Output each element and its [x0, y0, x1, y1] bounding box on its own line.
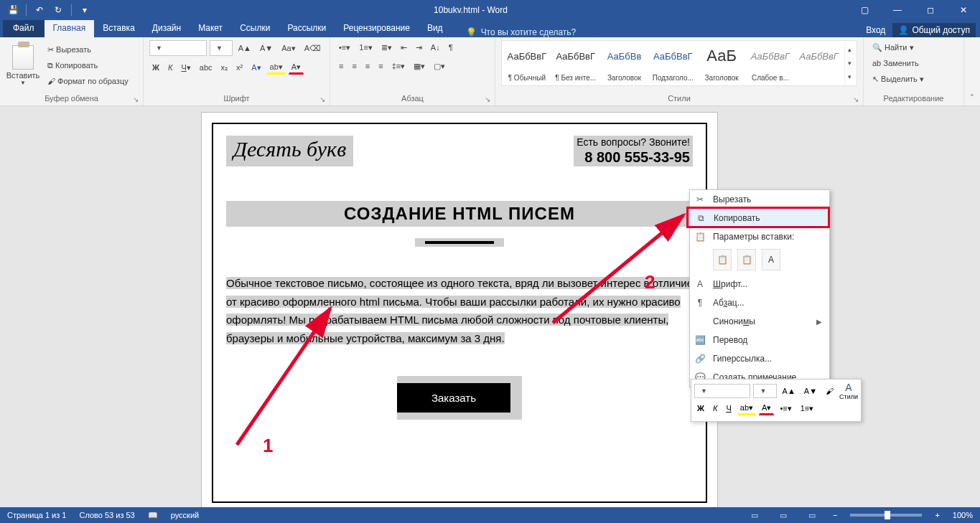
grow-font-icon[interactable]: A▲ — [235, 41, 254, 55]
signin-button[interactable]: Вход — [862, 23, 890, 37]
tab-home[interactable]: Главная — [45, 20, 95, 37]
style-emphasis[interactable]: АаБбВвГ — [795, 42, 843, 84]
subscript-icon[interactable]: x₂ — [218, 60, 231, 75]
document-area[interactable]: Десять букв Есть вопросы? Звоните! 8 800… — [0, 106, 980, 507]
font-size-combo[interactable]: ▼ — [210, 40, 233, 56]
style-title[interactable]: АаБЗаголовок — [698, 42, 745, 84]
find-button[interactable]: 🔍 Найти ▾ — [869, 40, 958, 55]
align-center-icon[interactable]: ≡ — [349, 59, 359, 73]
paste-text-only-icon[interactable]: A — [762, 249, 780, 270]
save-icon[interactable]: 💾 — [4, 1, 22, 19]
tab-mailings[interactable]: Рассылки — [279, 20, 335, 37]
share-button[interactable]: 👤 Общий доступ — [892, 23, 976, 37]
tab-insert[interactable]: Вставка — [94, 20, 144, 37]
format-painter-button[interactable]: 🖌 Формат по образцу — [45, 74, 131, 88]
style-normal[interactable]: АаБбВвГ¶ Обычный — [503, 42, 551, 84]
justify-icon[interactable]: ≡ — [375, 59, 386, 73]
view-print-icon[interactable]: ▭ — [775, 509, 791, 522]
mini-highlight-icon[interactable]: ab▾ — [737, 401, 756, 415]
multilevel-icon[interactable]: ≣▾ — [378, 40, 395, 55]
status-language[interactable]: русский — [171, 511, 199, 519]
redo-icon[interactable]: ↻ — [50, 1, 67, 19]
ctx-copy[interactable]: ⧉Копировать — [690, 209, 829, 227]
ctx-synonyms[interactable]: Синонимы▶ — [690, 312, 829, 331]
paste-keep-source-icon[interactable]: 📋 — [713, 249, 732, 270]
maximize-icon[interactable]: ◻ — [914, 0, 947, 20]
font-family-combo[interactable]: ▼ — [149, 40, 207, 56]
numbering-icon[interactable]: 1≡▾ — [356, 40, 375, 55]
view-read-icon[interactable]: ▭ — [747, 509, 762, 522]
shading-icon[interactable]: ▦▾ — [411, 59, 428, 73]
select-button[interactable]: ↖ Выделить ▾ — [869, 72, 958, 86]
style-heading1[interactable]: АаБбВвЗаголовок — [601, 42, 648, 84]
status-proofing-icon[interactable]: 📖 — [148, 511, 158, 520]
mini-italic-icon[interactable]: К — [710, 401, 720, 415]
borders-icon[interactable]: ▢▾ — [431, 59, 448, 73]
minimize-icon[interactable]: — — [881, 0, 914, 20]
zoom-slider[interactable] — [850, 514, 922, 517]
close-icon[interactable]: ✕ — [947, 0, 980, 20]
cut-button[interactable]: ✂ Вырезать — [45, 42, 131, 57]
status-words[interactable]: Слово 53 из 53 — [79, 511, 134, 519]
status-zoom[interactable]: 100% — [953, 511, 973, 519]
style-heading2[interactable]: АаБбВвГПодзаголо... — [649, 42, 696, 84]
status-page[interactable]: Страница 1 из 1 — [7, 511, 66, 519]
mini-grow-icon[interactable]: A▲ — [780, 384, 798, 398]
ctx-paragraph[interactable]: ¶Абзац... — [690, 293, 829, 312]
clipboard-launcher-icon[interactable]: ↘ — [133, 95, 141, 104]
mini-font-combo[interactable]: ▼ — [694, 384, 750, 398]
align-left-icon[interactable]: ≡ — [336, 59, 346, 73]
bullets-icon[interactable]: •≡▾ — [336, 40, 353, 55]
mini-bold-icon[interactable]: Ж — [694, 401, 707, 415]
paste-button[interactable]: Вставить ▼ — [6, 40, 40, 90]
file-tab[interactable]: Файл — [3, 20, 45, 37]
highlight-icon[interactable]: ab▾ — [267, 60, 286, 75]
font-color-icon[interactable]: A▾ — [289, 60, 304, 75]
style-subtle[interactable]: АаБбВвГСлабое в... — [747, 42, 794, 84]
ctx-font[interactable]: AШрифт... — [690, 275, 829, 293]
underline-icon[interactable]: Ч▾ — [178, 60, 193, 75]
mini-font-color-icon[interactable]: A▾ — [759, 401, 774, 415]
mini-styles-button[interactable]: AСтили — [839, 382, 858, 400]
ctx-cut[interactable]: ✂Вырезать — [690, 190, 829, 209]
strike-icon[interactable]: abc — [197, 60, 215, 75]
shrink-font-icon[interactable]: A▼ — [257, 41, 276, 55]
mini-bullets-icon[interactable]: •≡▾ — [777, 401, 794, 415]
bold-icon[interactable]: Ж — [149, 60, 162, 75]
mini-format-painter-icon[interactable]: 🖌 — [823, 384, 836, 398]
outdent-icon[interactable]: ⇤ — [398, 40, 410, 55]
view-web-icon[interactable]: ▭ — [804, 509, 820, 522]
ribbon-options-icon[interactable]: ▢ — [848, 0, 881, 20]
text-effects-icon[interactable]: A▾ — [248, 60, 263, 75]
tab-layout[interactable]: Макет — [190, 20, 231, 37]
mini-size-combo[interactable]: ▼ — [753, 384, 776, 398]
mini-numbering-icon[interactable]: 1≡▾ — [798, 401, 817, 415]
tab-references[interactable]: Ссылки — [231, 20, 279, 37]
zoom-in-icon[interactable]: + — [935, 511, 939, 519]
paste-merge-icon[interactable]: 📋 — [737, 249, 756, 270]
paragraph-launcher-icon[interactable]: ↘ — [485, 95, 493, 104]
line-spacing-icon[interactable]: ‡≡▾ — [389, 59, 409, 73]
collapse-ribbon-icon[interactable]: ˄ — [964, 37, 980, 105]
tab-review[interactable]: Рецензирование — [335, 20, 419, 37]
undo-icon[interactable]: ↶ — [31, 1, 48, 19]
ctx-hyperlink[interactable]: 🔗Гиперссылка... — [690, 349, 829, 368]
indent-icon[interactable]: ⇥ — [413, 40, 425, 55]
styles-launcher-icon[interactable]: ↘ — [853, 95, 862, 104]
change-case-icon[interactable]: Aa▾ — [279, 41, 298, 55]
qat-customize-icon[interactable]: ▾ — [76, 1, 93, 19]
mini-shrink-icon[interactable]: A▼ — [801, 384, 820, 398]
tab-design[interactable]: Дизайн — [144, 20, 190, 37]
tell-me[interactable]: 💡 Что вы хотите сделать? — [466, 27, 577, 37]
italic-icon[interactable]: К — [165, 60, 175, 75]
align-right-icon[interactable]: ≡ — [363, 59, 373, 73]
sort-icon[interactable]: A↓ — [428, 40, 443, 55]
show-marks-icon[interactable]: ¶ — [446, 40, 456, 55]
style-no-spacing[interactable]: АаБбВвГ¶ Без инте... — [552, 42, 599, 84]
tab-view[interactable]: Вид — [419, 20, 452, 37]
styles-gallery-more[interactable]: ▴▾▾ — [844, 42, 855, 84]
copy-button[interactable]: ⧉ Копировать — [45, 58, 131, 72]
clear-format-icon[interactable]: A⌫ — [302, 41, 324, 55]
styles-gallery[interactable]: АаБбВвГ¶ Обычный АаБбВвГ¶ Без инте... Аа… — [501, 40, 857, 86]
ctx-translate[interactable]: 🔤Перевод — [690, 331, 829, 349]
